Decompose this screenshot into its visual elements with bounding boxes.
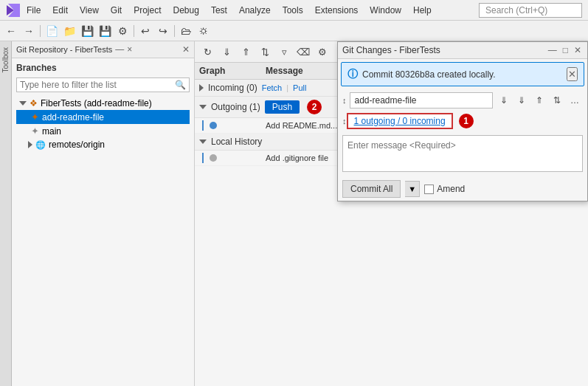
toolbox-label: Toolbox bbox=[1, 47, 10, 72]
pull-btn[interactable]: ⇓ bbox=[218, 44, 235, 60]
pin-icon[interactable]: — bbox=[115, 44, 124, 55]
filter-input[interactable] bbox=[20, 80, 175, 90]
step-2-badge: 2 bbox=[307, 100, 322, 114]
local-history-expand-icon[interactable] bbox=[199, 139, 207, 144]
git-changes-close-btn[interactable]: ✕ bbox=[573, 45, 583, 55]
menu-git[interactable]: Git bbox=[105, 2, 128, 18]
remotes-label: remotes/origin bbox=[49, 139, 105, 150]
local-commit-dot bbox=[210, 154, 217, 162]
menu-file[interactable]: File bbox=[21, 2, 46, 18]
branch-dropdown[interactable]: add-readme-file bbox=[350, 92, 494, 108]
branch-action-btns: ⇓ ⇓ ⇑ ⇅ … bbox=[496, 92, 583, 108]
info-bar: ⓘ Commit 80326b8a created locally. ✕ bbox=[341, 62, 584, 86]
new-project-btn[interactable]: 📄 bbox=[44, 23, 60, 39]
incoming-expand-icon[interactable] bbox=[199, 84, 204, 92]
more-action-btn[interactable]: … bbox=[567, 92, 583, 108]
fetch-pull-sep: | bbox=[286, 83, 288, 92]
local-graph-line bbox=[202, 153, 204, 163]
local-graph-col bbox=[199, 153, 266, 163]
refresh-btn[interactable]: ↻ bbox=[199, 44, 215, 60]
outgoing-expand-icon[interactable] bbox=[199, 105, 207, 109]
branch-tree: ❖ FiberTests (add-readme-file) ✦ add-rea… bbox=[16, 97, 190, 151]
git-changes-panel: Git Changes - FiberTests — □ ✕ ⓘ Commit … bbox=[337, 41, 588, 201]
forward-btn[interactable]: → bbox=[21, 23, 37, 39]
amend-checkbox[interactable] bbox=[424, 185, 434, 194]
step-1-badge: 1 bbox=[459, 114, 474, 128]
remotes-header[interactable]: 🌐 remotes/origin bbox=[16, 138, 190, 151]
add-readme-file-item[interactable]: ✦ add-readme-file bbox=[16, 110, 190, 124]
menu-extensions[interactable]: Extensions bbox=[309, 2, 364, 18]
save-all-btn[interactable]: 💾 bbox=[97, 23, 113, 39]
pull-action-btn[interactable]: ⇓ bbox=[513, 92, 530, 108]
fiber-tests-header[interactable]: ❖ FiberTests (add-readme-file) bbox=[16, 97, 190, 110]
sync-btn[interactable]: ⇅ bbox=[257, 44, 273, 60]
git-changes-float-btn[interactable]: □ bbox=[561, 45, 570, 55]
outgoing-graph-col bbox=[199, 120, 266, 131]
git-changes-pin-btn[interactable]: — bbox=[547, 45, 558, 55]
panel-title: Git Repository - FiberTests bbox=[16, 45, 112, 54]
git-changes-header: Git Changes - FiberTests — □ ✕ bbox=[338, 42, 587, 59]
unpin-icon[interactable]: × bbox=[127, 44, 132, 55]
branch-icon: ✦ bbox=[31, 111, 39, 123]
fiber-tests-group: ❖ FiberTests (add-readme-file) ✦ add-rea… bbox=[16, 97, 190, 151]
outgoing-link-row: ↕ 1 outgoing / 0 incoming 1 bbox=[338, 111, 587, 132]
pull-link[interactable]: Pull bbox=[293, 83, 306, 92]
outgoing-badge[interactable]: 1 outgoing / 0 incoming bbox=[347, 113, 453, 129]
settings2-btn[interactable]: ⚙ bbox=[314, 44, 331, 60]
menu-analyze[interactable]: Analyze bbox=[233, 2, 277, 18]
menu-test[interactable]: Test bbox=[205, 2, 233, 18]
vs-logo bbox=[6, 3, 21, 18]
menu-view[interactable]: View bbox=[74, 2, 105, 18]
close-icon[interactable]: ✕ bbox=[182, 44, 190, 55]
outgoing-message-text: Add README.md... bbox=[266, 121, 337, 130]
redo-btn[interactable]: ↪ bbox=[155, 23, 171, 39]
commit-dropdown-btn[interactable]: ▼ bbox=[405, 181, 420, 197]
main-branch-icon: ✦ bbox=[31, 125, 39, 137]
message-input[interactable] bbox=[342, 135, 583, 172]
info-icon: ⓘ bbox=[347, 68, 358, 81]
expand-icon bbox=[19, 101, 27, 106]
panel-header: Git Repository - FiberTests — × ✕ bbox=[12, 41, 194, 58]
settings-btn[interactable]: ⛭ bbox=[196, 23, 212, 39]
filter-box[interactable]: 🔍 bbox=[16, 77, 190, 92]
graph-line bbox=[202, 120, 204, 131]
open-btn[interactable]: 📁 bbox=[61, 23, 77, 39]
main-item[interactable]: ✦ main bbox=[16, 124, 190, 138]
save-btn[interactable]: 💾 bbox=[79, 23, 95, 39]
menu-edit[interactable]: Edit bbox=[46, 2, 74, 18]
push-button[interactable]: Push bbox=[265, 100, 300, 114]
amend-row: Amend bbox=[424, 184, 465, 194]
toolbar-sep-2 bbox=[134, 25, 134, 37]
repo-icon: ❖ bbox=[30, 98, 38, 108]
filter-btn[interactable]: ▿ bbox=[276, 44, 292, 60]
col-graph-header: Graph bbox=[199, 66, 266, 76]
sync-action-btn[interactable]: ⇅ bbox=[549, 92, 565, 108]
commit-all-btn[interactable]: Commit All bbox=[342, 180, 401, 198]
message-area bbox=[342, 135, 583, 174]
build-btn[interactable]: ⚙ bbox=[114, 23, 131, 39]
info-message: Commit 80326b8a created locally. bbox=[362, 69, 496, 80]
menu-tools[interactable]: Tools bbox=[277, 2, 309, 18]
menubar: File Edit View Git Project Debug Test An… bbox=[0, 0, 588, 21]
folder-btn[interactable]: 🗁 bbox=[178, 23, 194, 39]
fiber-tests-label: FiberTests (add-readme-file) bbox=[41, 98, 152, 108]
menu-help[interactable]: Help bbox=[407, 2, 437, 18]
outgoing-label: Outgoing (1) bbox=[211, 102, 260, 112]
git-changes-controls: — □ ✕ bbox=[547, 45, 583, 55]
search-box[interactable]: Search (Ctrl+Q) bbox=[479, 3, 582, 18]
menu-window[interactable]: Window bbox=[364, 2, 407, 18]
menu-debug[interactable]: Debug bbox=[167, 2, 205, 18]
commit-dot bbox=[210, 122, 217, 129]
push-tool-btn[interactable]: ⇑ bbox=[238, 44, 254, 60]
undo-btn[interactable]: ↩ bbox=[137, 23, 153, 39]
back-btn[interactable]: ← bbox=[3, 23, 19, 39]
push-action-btn[interactable]: ⇑ bbox=[531, 92, 547, 108]
git-changes-title: Git Changes - FiberTests bbox=[342, 45, 547, 55]
menu-project[interactable]: Project bbox=[128, 2, 167, 18]
branch-mgmt-btn[interactable]: ⌫ bbox=[295, 44, 311, 60]
info-close-btn[interactable]: ✕ bbox=[567, 67, 578, 81]
fetch-link[interactable]: Fetch bbox=[262, 83, 283, 92]
fetch-btn[interactable]: ⇓ bbox=[496, 92, 512, 108]
toolbar-sep-1 bbox=[40, 25, 41, 37]
local-history-label: Local History bbox=[211, 137, 262, 147]
